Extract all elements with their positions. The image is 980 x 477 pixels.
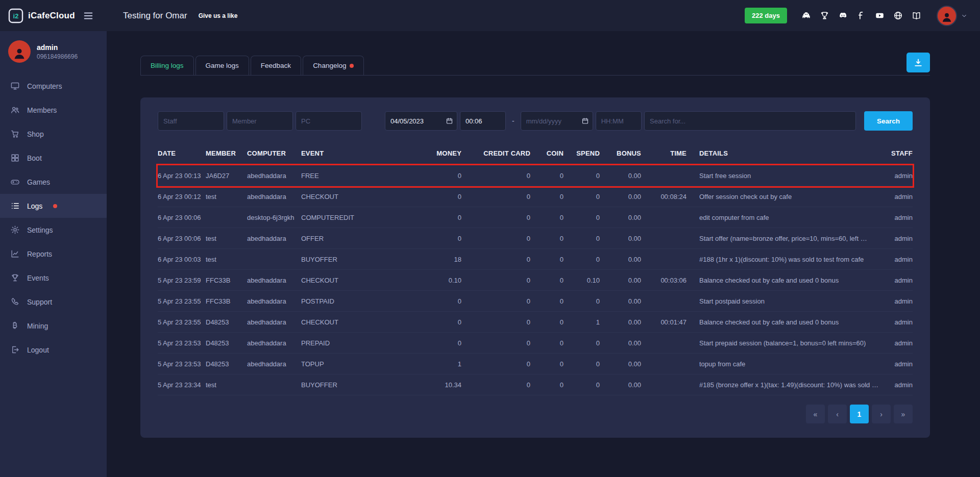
sidebar-item-computers[interactable]: Computers: [0, 74, 107, 98]
sidebar-item-boot[interactable]: Boot: [0, 146, 107, 170]
cell-bonus: 0.00: [600, 256, 641, 263]
search-input[interactable]: [644, 111, 856, 131]
cell-coin: 0: [530, 277, 564, 284]
cell-money: 0: [400, 214, 461, 221]
hamburger-menu-button[interactable]: [81, 8, 96, 23]
table-row[interactable]: 6 Apr 23 00:06testabedhaddaraOFFER00000.…: [158, 228, 913, 249]
page-button-last[interactable]: »: [894, 405, 913, 423]
cell-event: TOPUP: [301, 360, 400, 368]
tabs-row: Billing logsGame logsFeedbackChangelog: [140, 53, 930, 76]
cell-coin: 0: [530, 297, 564, 305]
cell-credit-card: 0: [461, 360, 530, 368]
table-body: 6 Apr 23 00:13JA6D27abedhaddaraFREE00000…: [158, 165, 913, 395]
search-button[interactable]: Search: [864, 111, 913, 131]
cell-event: PREPAID: [301, 339, 400, 347]
page-button-next[interactable]: ›: [872, 405, 891, 423]
sidebar-item-games[interactable]: Games: [0, 170, 107, 194]
table-row[interactable]: 5 Apr 23 23:53D48253abedhaddaraPREPAID00…: [158, 333, 913, 354]
member-filter-input[interactable]: [227, 111, 293, 131]
cell-event: CHECKOUT: [301, 318, 400, 326]
give-us-a-like-link[interactable]: Give us a like: [199, 12, 238, 19]
tab-game-logs[interactable]: Game logs: [195, 56, 249, 75]
cell-computer: abedhaddara: [247, 318, 301, 326]
sidebar-item-shop[interactable]: Shop: [0, 122, 107, 146]
cell-event: FREE: [301, 172, 400, 180]
cell-bonus: 0.00: [600, 235, 641, 242]
sidebar-item-label: Boot: [27, 154, 42, 162]
cell-spend: 0: [564, 339, 600, 347]
cell-event: BUYOFFER: [301, 381, 400, 389]
cell-credit-card: 0: [461, 193, 530, 200]
date-from-input[interactable]: [385, 111, 457, 131]
table-row[interactable]: 6 Apr 23 00:12testabedhaddaraCHECKOUT000…: [158, 186, 913, 207]
table-row[interactable]: 6 Apr 23 00:13JA6D27abedhaddaraFREE00000…: [158, 165, 913, 186]
cell-coin: 0: [530, 339, 564, 347]
page-button-page-1[interactable]: 1: [850, 405, 869, 423]
cell-bonus: 0.00: [600, 318, 641, 326]
youtube-icon[interactable]: [875, 11, 885, 20]
sidebar-item-logs[interactable]: Logs: [0, 194, 107, 218]
filters-bar: - Search: [158, 111, 913, 131]
cell-coin: 0: [530, 193, 564, 200]
sidebar-item-label: Logout: [27, 346, 49, 354]
date-to-input[interactable]: [521, 111, 593, 131]
pc-filter-input[interactable]: [296, 111, 362, 131]
sidebar-item-settings[interactable]: Settings: [0, 218, 107, 242]
table-row[interactable]: 5 Apr 23 23:59FFC33BabedhaddaraCHECKOUT0…: [158, 270, 913, 291]
cell-bonus: 0.00: [600, 214, 641, 221]
cell-spend: 0: [564, 297, 600, 305]
facebook-icon[interactable]: [856, 11, 866, 20]
book-icon[interactable]: [912, 11, 921, 20]
table-row[interactable]: 5 Apr 23 23:55FFC33BabedhaddaraPOSTPAID0…: [158, 291, 913, 312]
table-row[interactable]: 5 Apr 23 23:55D48253abedhaddaraCHECKOUT0…: [158, 312, 913, 333]
cell-date: 5 Apr 23 23:55: [158, 297, 206, 305]
tab-feedback[interactable]: Feedback: [251, 56, 301, 75]
events-icon: [10, 273, 20, 283]
tab-changelog[interactable]: Changelog: [303, 56, 364, 75]
sidebar-item-logout[interactable]: Logout: [0, 338, 107, 362]
page-button-first[interactable]: «: [806, 405, 825, 423]
column-header-details: DETAILS: [687, 149, 882, 157]
cell-credit-card: 0: [461, 172, 530, 180]
table-row[interactable]: 5 Apr 23 23:53D48253abedhaddaraTOPUP1000…: [158, 354, 913, 374]
cell-spend: 0: [564, 235, 600, 242]
arcade-icon[interactable]: [801, 11, 811, 20]
cell-date: 5 Apr 23 23:55: [158, 318, 206, 326]
time-from-input[interactable]: [460, 111, 506, 131]
cell-details: topup from cafe: [687, 360, 882, 368]
trophy-icon[interactable]: [820, 11, 829, 20]
svg-text:i2: i2: [13, 12, 19, 20]
sidebar-item-reports[interactable]: Reports: [0, 242, 107, 266]
days-badge[interactable]: 222 days: [745, 8, 787, 23]
account-menu[interactable]: [937, 6, 968, 26]
cell-money: 0: [400, 172, 461, 180]
members-icon: [10, 105, 20, 115]
sidebar-item-mining[interactable]: Mining: [0, 314, 107, 338]
sidebar-item-label: Events: [27, 274, 49, 282]
date-to-field: [521, 111, 593, 131]
sidebar-item-label: Support: [27, 298, 52, 306]
sidebar-item-label: Logs: [27, 202, 42, 210]
discord-icon[interactable]: [838, 11, 848, 20]
time-to-input[interactable]: [596, 111, 642, 131]
globe-icon[interactable]: [893, 11, 903, 20]
games-icon: [10, 177, 20, 187]
sidebar-item-label: Games: [27, 178, 50, 186]
sidebar-item-members[interactable]: Members: [0, 98, 107, 122]
table-row[interactable]: 6 Apr 23 00:03testBUYOFFER180000.00#188 …: [158, 249, 913, 270]
cell-member: FFC33B: [206, 297, 247, 305]
cell-member: D48253: [206, 318, 247, 326]
table-row[interactable]: 5 Apr 23 23:34testBUYOFFER10.340000.00#1…: [158, 374, 913, 395]
column-header-event: EVENT: [301, 149, 400, 157]
tab-billing-logs[interactable]: Billing logs: [140, 56, 194, 75]
sidebar-item-support[interactable]: Support: [0, 290, 107, 314]
staff-filter-input[interactable]: [158, 111, 224, 131]
page-button-prev[interactable]: ‹: [828, 405, 847, 423]
table-row[interactable]: 6 Apr 23 00:06desktop-6j3rgkhCOMPUTEREDI…: [158, 207, 913, 228]
cell-date: 5 Apr 23 23:59: [158, 277, 206, 284]
download-button[interactable]: [906, 53, 930, 72]
notification-dot: [53, 204, 57, 208]
cell-computer: desktop-6j3rgkh: [247, 214, 301, 221]
cell-spend: 0: [564, 360, 600, 368]
sidebar-item-events[interactable]: Events: [0, 266, 107, 290]
